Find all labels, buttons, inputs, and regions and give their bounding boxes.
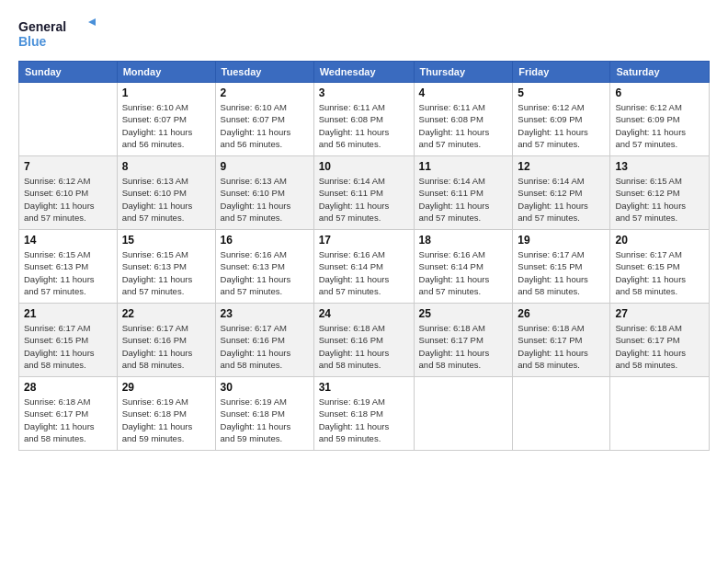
day-number: 23 — [221, 307, 309, 320]
logo-svg: General Blue — [18, 15, 101, 52]
day-number: 27 — [615, 307, 704, 320]
day-info: Sunrise: 6:12 AMSunset: 6:09 PMDaylight:… — [615, 101, 704, 150]
week-row-3: 21Sunrise: 6:17 AMSunset: 6:15 PMDayligh… — [19, 304, 710, 377]
day-number: 19 — [518, 234, 605, 247]
calendar-cell: 28Sunrise: 6:18 AMSunset: 6:17 PMDayligh… — [19, 377, 118, 451]
day-info: Sunrise: 6:16 AMSunset: 6:14 PMDaylight:… — [419, 248, 508, 297]
calendar-cell: 26Sunrise: 6:18 AMSunset: 6:17 PMDayligh… — [513, 304, 610, 377]
calendar-cell: 19Sunrise: 6:17 AMSunset: 6:15 PMDayligh… — [513, 230, 610, 304]
day-number: 4 — [419, 86, 508, 99]
day-info: Sunrise: 6:19 AMSunset: 6:18 PMDaylight:… — [221, 396, 309, 444]
day-number: 29 — [122, 381, 210, 394]
day-info: Sunrise: 6:13 AMSunset: 6:10 PMDaylight:… — [221, 175, 309, 224]
calendar-cell: 22Sunrise: 6:17 AMSunset: 6:16 PMDayligh… — [117, 304, 215, 377]
day-info: Sunrise: 6:17 AMSunset: 6:16 PMDaylight:… — [122, 322, 210, 371]
calendar-cell: 13Sunrise: 6:15 AMSunset: 6:12 PMDayligh… — [610, 156, 710, 230]
day-info: Sunrise: 6:16 AMSunset: 6:13 PMDaylight:… — [221, 248, 309, 297]
day-number: 24 — [319, 307, 409, 320]
calendar-cell: 5Sunrise: 6:12 AMSunset: 6:09 PMDaylight… — [513, 83, 610, 156]
day-number: 12 — [518, 160, 605, 173]
day-number: 31 — [319, 381, 409, 394]
calendar-cell: 31Sunrise: 6:19 AMSunset: 6:18 PMDayligh… — [313, 377, 414, 451]
calendar-cell: 2Sunrise: 6:10 AMSunset: 6:07 PMDaylight… — [215, 83, 313, 156]
calendar-cell — [19, 83, 118, 156]
calendar-cell: 24Sunrise: 6:18 AMSunset: 6:16 PMDayligh… — [313, 304, 414, 377]
day-number: 1 — [122, 86, 210, 99]
day-info: Sunrise: 6:17 AMSunset: 6:15 PMDaylight:… — [518, 248, 605, 297]
day-info: Sunrise: 6:10 AMSunset: 6:07 PMDaylight:… — [221, 101, 309, 150]
weekday-wednesday: Wednesday — [313, 62, 414, 83]
calendar-cell: 23Sunrise: 6:17 AMSunset: 6:16 PMDayligh… — [215, 304, 313, 377]
day-number: 2 — [221, 86, 309, 99]
day-info: Sunrise: 6:18 AMSunset: 6:17 PMDaylight:… — [419, 322, 508, 371]
day-info: Sunrise: 6:14 AMSunset: 6:12 PMDaylight:… — [518, 175, 605, 224]
calendar-cell: 29Sunrise: 6:19 AMSunset: 6:18 PMDayligh… — [117, 377, 215, 451]
calendar-cell: 9Sunrise: 6:13 AMSunset: 6:10 PMDaylight… — [215, 156, 313, 230]
calendar-cell: 17Sunrise: 6:16 AMSunset: 6:14 PMDayligh… — [313, 230, 414, 304]
day-number: 6 — [615, 86, 704, 99]
day-info: Sunrise: 6:12 AMSunset: 6:10 PMDaylight:… — [24, 175, 112, 224]
week-row-4: 28Sunrise: 6:18 AMSunset: 6:17 PMDayligh… — [19, 377, 710, 451]
day-number: 3 — [319, 86, 409, 99]
day-info: Sunrise: 6:17 AMSunset: 6:15 PMDaylight:… — [24, 322, 112, 371]
calendar-cell: 20Sunrise: 6:17 AMSunset: 6:15 PMDayligh… — [610, 230, 710, 304]
calendar-cell: 15Sunrise: 6:15 AMSunset: 6:13 PMDayligh… — [117, 230, 215, 304]
day-info: Sunrise: 6:10 AMSunset: 6:07 PMDaylight:… — [122, 101, 210, 150]
logo: General Blue — [18, 15, 101, 52]
day-number: 21 — [24, 307, 112, 320]
day-number: 10 — [319, 160, 409, 173]
calendar-cell: 14Sunrise: 6:15 AMSunset: 6:13 PMDayligh… — [19, 230, 118, 304]
calendar-cell: 16Sunrise: 6:16 AMSunset: 6:13 PMDayligh… — [215, 230, 313, 304]
day-info: Sunrise: 6:15 AMSunset: 6:13 PMDaylight:… — [122, 248, 210, 297]
day-info: Sunrise: 6:18 AMSunset: 6:17 PMDaylight:… — [518, 322, 605, 371]
day-info: Sunrise: 6:17 AMSunset: 6:16 PMDaylight:… — [221, 322, 309, 371]
day-number: 15 — [122, 234, 210, 247]
day-number: 11 — [419, 160, 508, 173]
calendar-cell: 21Sunrise: 6:17 AMSunset: 6:15 PMDayligh… — [19, 304, 118, 377]
calendar-cell: 3Sunrise: 6:11 AMSunset: 6:08 PMDaylight… — [313, 83, 414, 156]
day-info: Sunrise: 6:11 AMSunset: 6:08 PMDaylight:… — [319, 101, 409, 150]
day-info: Sunrise: 6:15 AMSunset: 6:12 PMDaylight:… — [615, 175, 704, 224]
day-info: Sunrise: 6:19 AMSunset: 6:18 PMDaylight:… — [122, 396, 210, 444]
weekday-tuesday: Tuesday — [215, 62, 313, 83]
calendar-cell: 7Sunrise: 6:12 AMSunset: 6:10 PMDaylight… — [19, 156, 118, 230]
day-info: Sunrise: 6:14 AMSunset: 6:11 PMDaylight:… — [319, 175, 409, 224]
calendar-cell: 27Sunrise: 6:18 AMSunset: 6:17 PMDayligh… — [610, 304, 710, 377]
calendar-table: SundayMondayTuesdayWednesdayThursdayFrid… — [18, 61, 710, 451]
day-number: 5 — [518, 86, 605, 99]
day-number: 16 — [221, 234, 309, 247]
day-number: 18 — [419, 234, 508, 247]
day-number: 13 — [615, 160, 704, 173]
calendar-cell: 4Sunrise: 6:11 AMSunset: 6:08 PMDaylight… — [414, 83, 513, 156]
day-info: Sunrise: 6:19 AMSunset: 6:18 PMDaylight:… — [319, 396, 409, 444]
day-info: Sunrise: 6:14 AMSunset: 6:11 PMDaylight:… — [419, 175, 508, 224]
calendar-cell — [610, 377, 710, 451]
day-number: 22 — [122, 307, 210, 320]
calendar-cell — [513, 377, 610, 451]
day-number: 25 — [419, 307, 508, 320]
day-number: 30 — [221, 381, 309, 394]
weekday-header-row: SundayMondayTuesdayWednesdayThursdayFrid… — [19, 62, 710, 83]
weekday-monday: Monday — [117, 62, 215, 83]
day-number: 9 — [221, 160, 309, 173]
day-number: 17 — [319, 234, 409, 247]
day-number: 26 — [518, 307, 605, 320]
day-info: Sunrise: 6:18 AMSunset: 6:17 PMDaylight:… — [615, 322, 704, 371]
day-number: 8 — [122, 160, 210, 173]
calendar-cell: 6Sunrise: 6:12 AMSunset: 6:09 PMDaylight… — [610, 83, 710, 156]
day-info: Sunrise: 6:17 AMSunset: 6:15 PMDaylight:… — [615, 248, 704, 297]
svg-text:General: General — [18, 19, 66, 34]
day-info: Sunrise: 6:18 AMSunset: 6:16 PMDaylight:… — [319, 322, 409, 371]
day-info: Sunrise: 6:11 AMSunset: 6:08 PMDaylight:… — [419, 101, 508, 150]
calendar-cell: 12Sunrise: 6:14 AMSunset: 6:12 PMDayligh… — [513, 156, 610, 230]
day-info: Sunrise: 6:18 AMSunset: 6:17 PMDaylight:… — [24, 396, 112, 444]
page: General Blue SundayMondayTuesdayWednesda… — [0, 0, 728, 563]
day-number: 14 — [24, 234, 112, 247]
svg-text:Blue: Blue — [18, 34, 47, 49]
day-info: Sunrise: 6:12 AMSunset: 6:09 PMDaylight:… — [518, 101, 605, 150]
week-row-0: 1Sunrise: 6:10 AMSunset: 6:07 PMDaylight… — [19, 83, 710, 156]
weekday-thursday: Thursday — [414, 62, 513, 83]
calendar-cell: 25Sunrise: 6:18 AMSunset: 6:17 PMDayligh… — [414, 304, 513, 377]
calendar-cell: 1Sunrise: 6:10 AMSunset: 6:07 PMDaylight… — [117, 83, 215, 156]
week-row-1: 7Sunrise: 6:12 AMSunset: 6:10 PMDaylight… — [19, 156, 710, 230]
